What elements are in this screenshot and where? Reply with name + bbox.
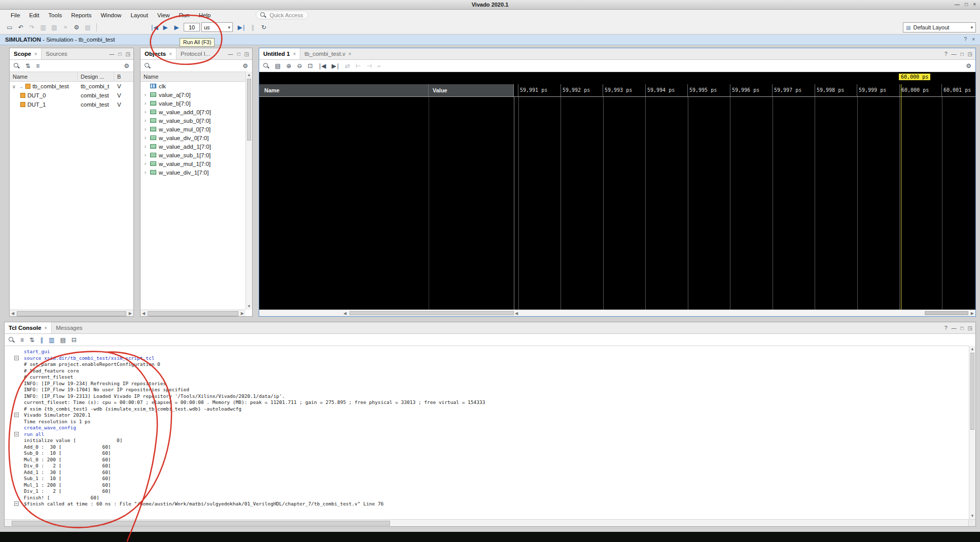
save-waveform-icon[interactable]: ▤: [275, 62, 281, 70]
horizontal-scrollbar[interactable]: ◀ ▶: [141, 310, 246, 316]
list-item[interactable]: › w_value_sub_1[7:0]: [141, 151, 252, 159]
layout-selector[interactable]: ▨ Default Layout ▾: [903, 22, 976, 32]
gear-icon[interactable]: ⚙: [966, 62, 971, 70]
panel-float-icon[interactable]: □: [119, 51, 122, 57]
scroll-left-icon[interactable]: ◀: [142, 311, 145, 316]
time-unit-select[interactable]: us ▾: [201, 22, 233, 32]
window-close-icon[interactable]: ×: [973, 0, 976, 9]
tab-tb-combi-test-v[interactable]: tb_combi_test.v ×: [300, 48, 355, 59]
caret-right-icon[interactable]: ›: [143, 109, 148, 115]
list-item[interactable]: › w_value_add_0[7:0]: [141, 108, 252, 116]
fold-icon[interactable]: −: [14, 432, 19, 436]
quick-access-search[interactable]: Quick Access: [256, 11, 308, 19]
expand-all-icon[interactable]: ⇅: [29, 336, 34, 344]
caret-right-icon[interactable]: ›: [143, 135, 148, 141]
pause-button[interactable]: ∥: [247, 22, 258, 32]
scroll-left-icon[interactable]: ◀: [343, 311, 346, 316]
scroll-right-icon[interactable]: ▶: [129, 311, 132, 316]
scroll-up-icon[interactable]: ▲: [969, 347, 975, 351]
tab-scope[interactable]: Scope ×: [10, 48, 42, 59]
delete-icon[interactable]: ×: [60, 22, 71, 32]
panel-float-icon[interactable]: □: [961, 325, 964, 331]
pause-output-icon[interactable]: ∥: [40, 336, 43, 344]
relaunch-simulation-button[interactable]: ↻: [258, 22, 269, 32]
column-name[interactable]: Name: [141, 72, 252, 81]
sort-icon[interactable]: ⇅: [25, 62, 30, 70]
close-icon[interactable]: ×: [348, 51, 352, 57]
wave-cursor[interactable]: [901, 84, 901, 310]
panel-float-icon[interactable]: □: [237, 51, 240, 57]
caret-right-icon[interactable]: ›: [143, 118, 148, 123]
close-icon[interactable]: ×: [169, 51, 172, 57]
list-item[interactable]: › w_value_div_0[7:0]: [141, 133, 252, 142]
zoom-fit-icon[interactable]: ⊡: [307, 62, 312, 70]
copy-icon[interactable]: ▥: [38, 22, 49, 32]
scroll-right-icon[interactable]: ▶: [971, 311, 974, 316]
column-name[interactable]: Name: [10, 72, 78, 81]
scroll-right-icon[interactable]: ▶: [241, 311, 244, 316]
tab-tcl-console[interactable]: Tcl Console ×: [5, 322, 52, 333]
menu-window[interactable]: Window: [96, 12, 126, 18]
list-item[interactable]: clk: [141, 82, 252, 90]
menu-tools[interactable]: Tools: [44, 12, 66, 18]
copy-output-icon[interactable]: ▥: [49, 336, 54, 344]
scrollbar-thumb[interactable]: [17, 311, 126, 316]
close-icon[interactable]: ×: [34, 51, 38, 57]
menu-reports[interactable]: Reports: [66, 12, 96, 18]
table-row[interactable]: DUT_1 combi_test V: [10, 100, 133, 109]
zoom-out-icon[interactable]: ⊖: [297, 62, 302, 70]
column-design-unit[interactable]: Design ...: [78, 72, 114, 81]
tab-messages[interactable]: Messages: [52, 322, 86, 333]
scrollbar-thumb[interactable]: [148, 311, 238, 316]
scroll-up-icon[interactable]: ▲: [246, 73, 252, 77]
fold-icon[interactable]: −: [14, 501, 19, 506]
scrollbar-thumb[interactable]: [12, 521, 390, 526]
list-item[interactable]: › w_value_sub_0[7:0]: [141, 116, 252, 125]
gear-icon[interactable]: ⚙: [124, 62, 129, 70]
scroll-left-icon[interactable]: ◀: [11, 311, 14, 316]
menu-view[interactable]: View: [153, 12, 174, 18]
caret-right-icon[interactable]: ›: [143, 92, 148, 97]
menu-help[interactable]: Help: [194, 12, 216, 18]
column-block-type[interactable]: B: [114, 72, 133, 81]
fold-icon[interactable]: −: [14, 413, 19, 417]
caret-right-icon[interactable]: ›: [143, 152, 148, 158]
search-icon[interactable]: [8, 336, 15, 343]
settings-gear-icon[interactable]: ⚙: [71, 22, 82, 32]
wave-column-value[interactable]: Value: [429, 84, 514, 96]
horizontal-scrollbar[interactable]: [5, 519, 968, 526]
fold-icon[interactable]: −: [14, 356, 19, 360]
list-item[interactable]: › w_value_mul_1[7:0]: [141, 159, 252, 168]
scroll-left-icon[interactable]: ◀: [515, 311, 518, 316]
scrollbar-thumb[interactable]: [925, 311, 968, 315]
caret-right-icon[interactable]: ›: [143, 126, 148, 132]
window-minimize-icon[interactable]: —: [955, 0, 960, 9]
panel-minimize-icon[interactable]: —: [952, 51, 957, 57]
open-icon[interactable]: ▭: [4, 22, 15, 32]
help-icon[interactable]: ?: [944, 51, 948, 57]
undo-icon[interactable]: ↶: [15, 22, 26, 32]
clear-console-icon[interactable]: ⊟: [72, 336, 77, 344]
list-item[interactable]: › w_value_add_1[7:0]: [141, 142, 252, 151]
timeline-ruler[interactable]: 59,991 ps 59,992 ps 59,993 ps 59,994 ps …: [514, 84, 975, 96]
scroll-down-icon[interactable]: ▼: [246, 304, 252, 309]
save-icon[interactable]: ▤: [82, 22, 93, 32]
list-item[interactable]: › w_value_mul_0[7:0]: [141, 125, 252, 133]
close-icon[interactable]: ×: [44, 325, 47, 331]
list-item[interactable]: › w_value_div_1[7:0]: [141, 168, 252, 177]
zoom-in-icon[interactable]: ⊕: [286, 62, 291, 70]
vertical-scrollbar[interactable]: ▲ ▼: [969, 346, 975, 519]
table-row[interactable]: ∨ → tb_combi_test tb_combi_t V: [10, 82, 133, 91]
panel-minimize-icon[interactable]: —: [110, 51, 115, 57]
scroll-down-icon[interactable]: ▼: [969, 514, 975, 518]
run-all-button[interactable]: ▶: [160, 22, 171, 32]
tab-sources[interactable]: Sources: [42, 48, 71, 59]
panel-minimize-icon[interactable]: —: [952, 325, 957, 331]
redo-icon[interactable]: ↷: [26, 22, 38, 32]
run-for-button[interactable]: ▶: [171, 22, 182, 32]
search-icon[interactable]: [13, 62, 20, 69]
gear-icon[interactable]: ⚙: [242, 62, 248, 70]
select-all-icon[interactable]: ▤: [60, 336, 65, 344]
menu-run[interactable]: Run: [174, 12, 194, 18]
previous-transition-icon[interactable]: ∣◀: [319, 62, 326, 70]
